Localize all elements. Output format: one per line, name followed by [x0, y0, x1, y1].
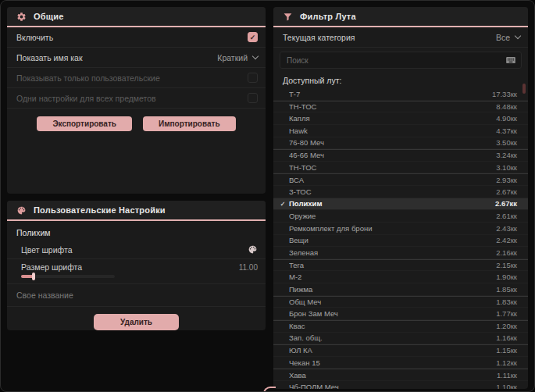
custom-name-row	[7, 284, 266, 307]
list-item[interactable]: Вещи 2.42кк	[273, 235, 528, 248]
only-custom-checkbox[interactable]	[248, 73, 258, 83]
name-display-value: Краткий	[217, 53, 248, 62]
custom-name-input[interactable]	[7, 284, 266, 306]
loot-item-name: Тега	[289, 261, 496, 269]
loot-item-count: 1.77кк	[496, 309, 517, 318]
only-custom-label: Показывать только пользовательские	[16, 73, 160, 83]
list-item[interactable]: Чекан 15 1.12кк	[273, 357, 528, 369]
enable-label: Включить	[16, 33, 53, 42]
font-size-value: 11.00	[239, 263, 258, 272]
list-item[interactable]: 76-80 Меч 3.50кк	[273, 137, 528, 150]
loot-item-name: ТН-ТОС	[289, 102, 496, 111]
font-size-section: Размер шрифта 11.00	[7, 259, 266, 284]
selected-check-icon: ✓	[278, 200, 287, 208]
delete-row: Удалить	[7, 307, 266, 330]
list-item[interactable]: Hawk 4.37кк	[273, 125, 528, 137]
color-picker-icon[interactable]	[248, 244, 258, 255]
list-item[interactable]: Капля 4.90кк	[273, 112, 528, 125]
list-item[interactable]: ✓ Полихим 2.67кк	[273, 198, 528, 211]
list-item[interactable]: Зап. общ. 1.16кк	[273, 333, 528, 345]
loot-item-name: ВСА	[289, 176, 496, 184]
list-item[interactable]: Чб-ПОЛМ Меч 1.10кк	[273, 381, 528, 389]
name-display-label: Показать имя как	[16, 53, 83, 62]
list-item[interactable]: Брон Зам Меч 1.77кк	[273, 308, 528, 320]
list-item[interactable]: Хава 1.11кк	[273, 369, 528, 381]
list-item[interactable]: З-ТОС 2.67кк	[273, 186, 528, 198]
loot-item-name: Ремкомплект для брони	[289, 224, 496, 233]
keyboard-icon[interactable]	[505, 55, 516, 66]
loot-item-name: Т-7	[289, 90, 492, 98]
loot-item-name: Пижма	[289, 285, 496, 294]
list-item[interactable]: Тега 2.15кк	[273, 259, 528, 272]
loot-item-count: 1.85кк	[496, 285, 517, 294]
loot-item-count: 2.67кк	[495, 199, 517, 208]
right-column: Фильтр Лута Текущая категория Все Доступ…	[273, 7, 528, 385]
loot-item-count: 2.61кк	[496, 212, 517, 220]
list-item[interactable]: Пижма 1.85кк	[273, 283, 528, 296]
category-label: Текущая категория	[283, 33, 355, 42]
list-item[interactable]: Зеленая 2.16кк	[273, 247, 528, 259]
loot-item-name: Капля	[289, 114, 496, 123]
left-column: Общие Включить ✓ Показать имя как Кратки…	[7, 7, 266, 385]
list-item[interactable]: Общ Меч 1.83кк	[273, 296, 528, 308]
loot-item-name: М-2	[289, 273, 496, 281]
loot-item-count: 2.15кк	[496, 261, 517, 269]
chevron-down-icon	[515, 33, 521, 39]
loot-item-name: Хава	[289, 371, 497, 380]
hidden-panel-corner	[263, 387, 276, 392]
list-item[interactable]: Т-7 17.33кк	[273, 88, 528, 101]
loot-item-count: 2.42кк	[496, 236, 517, 244]
font-size-slider-handle[interactable]	[32, 273, 35, 280]
user-settings-title: Пользовательские Настройки	[34, 205, 166, 215]
category-row: Текущая категория Все	[273, 27, 528, 48]
loot-item-name: Зеленая	[289, 248, 496, 257]
delete-button[interactable]: Удалить	[94, 314, 179, 330]
loot-item-name: 76-80 Меч	[289, 138, 496, 147]
list-item[interactable]: ТН-ТОС 3.10кк	[273, 162, 528, 174]
loot-filter-title: Фильтр Лута	[300, 12, 356, 21]
loot-item-count: 4.37кк	[496, 127, 517, 135]
search-input[interactable]	[287, 56, 505, 65]
loot-item-count: 1.10кк	[496, 383, 517, 389]
import-button[interactable]: Импортировать	[143, 116, 236, 131]
same-settings-label: Одни настройки для всех предметов	[16, 94, 156, 103]
enable-row: Включить ✓	[7, 27, 266, 48]
export-button[interactable]: Экспортировать	[37, 116, 132, 131]
loot-item-count: 1.15кк	[496, 346, 517, 355]
loot-item-count: 1.20кк	[496, 322, 517, 330]
general-panel-header: Общие	[7, 7, 266, 26]
category-value: Все	[496, 33, 510, 42]
general-panel: Общие Включить ✓ Показать имя как Кратки…	[7, 7, 266, 194]
loot-item-count: 17.33кк	[492, 90, 517, 98]
list-item[interactable]: ТН-ТОС 8.48кк	[273, 101, 528, 113]
name-display-row: Показать имя как Краткий	[7, 48, 266, 68]
list-item[interactable]: Квас 1.20кк	[273, 320, 528, 333]
list-item[interactable]: 46-66 Меч 3.24кк	[273, 149, 528, 162]
loot-item-name: Чб-ПОЛМ Меч	[289, 383, 496, 389]
list-item[interactable]: М-2 1.90кк	[273, 271, 528, 283]
loot-item-name: Полихим	[289, 199, 495, 208]
user-settings-header: Пользовательские Настройки	[7, 201, 266, 219]
list-item[interactable]: Ремкомплект для брони 2.43кк	[273, 223, 528, 235]
loot-item-count: 8.48кк	[496, 102, 517, 111]
loot-filter-panel: Фильтр Лута Текущая категория Все Доступ…	[273, 7, 528, 389]
loot-item-name: Общ Меч	[289, 298, 496, 306]
enable-checkbox[interactable]: ✓	[248, 32, 258, 42]
user-settings-panel: Пользовательские Настройки Полихим Цвет …	[7, 201, 266, 330]
font-size-label: Размер шрифта	[21, 262, 82, 272]
name-display-dropdown[interactable]: Краткий	[217, 53, 258, 62]
font-size-slider[interactable]	[21, 275, 115, 278]
loot-item-name: Чекан 15	[289, 358, 496, 367]
loot-item-count: 1.12кк	[496, 358, 517, 367]
loot-item-name: 46-66 Меч	[289, 151, 496, 159]
same-settings-checkbox[interactable]	[248, 93, 258, 103]
list-item[interactable]: Оружие 2.61кк	[273, 210, 528, 223]
category-dropdown[interactable]: Все	[496, 33, 520, 42]
loot-item-name: Квас	[289, 322, 496, 330]
list-item[interactable]: ВСА 2.93кк	[273, 173, 528, 186]
scrollbar-thumb[interactable]	[523, 84, 526, 94]
funnel-icon	[283, 12, 293, 22]
font-color-row: Цвет шрифта	[7, 241, 266, 259]
list-item[interactable]: ЮЛ КА 1.15кк	[273, 344, 528, 357]
same-settings-row: Одни настройки для всех предметов	[7, 88, 266, 109]
